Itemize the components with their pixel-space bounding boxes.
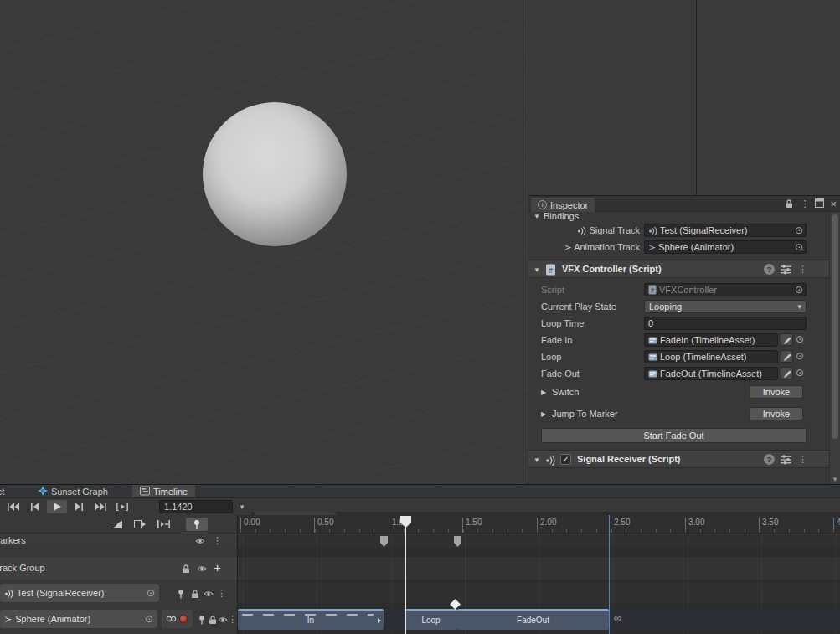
edit-mode-mix-icon[interactable] — [131, 518, 149, 531]
edit-pencil-icon[interactable] — [781, 367, 793, 379]
binding-label-text: Signal Track — [589, 225, 640, 235]
sphere-object[interactable] — [203, 102, 347, 246]
track-offset-link-icon[interactable] — [166, 614, 177, 624]
eye-icon[interactable] — [195, 562, 208, 575]
fade-in-object-field[interactable]: FadeIn (TimelineAsset) — [644, 333, 778, 347]
marker-track-toggle-icon[interactable] — [186, 518, 208, 531]
object-picker-icon[interactable]: ⊙ — [145, 613, 153, 625]
play-state-dropdown[interactable]: Looping ▾ — [644, 300, 807, 313]
loop-object-field[interactable]: Loop (TimelineAsset) — [644, 350, 778, 363]
track-group-lane[interactable] — [237, 557, 840, 580]
help-icon[interactable]: ? — [764, 454, 775, 465]
timeline-tabbar: Project Sunset Graph Timeline — [0, 485, 840, 498]
panel-divider — [696, 0, 697, 195]
switch-invoke-button[interactable]: Invoke — [750, 385, 803, 399]
start-fade-out-button[interactable]: Start Fade Out — [541, 428, 807, 443]
goto-end-button[interactable] — [90, 500, 111, 513]
goto-start-button[interactable] — [3, 500, 23, 513]
edit-mode-ripple-icon[interactable] — [154, 518, 173, 531]
jump-invoke-button[interactable]: Invoke — [750, 407, 803, 420]
script-object-field[interactable]: # VFXController ⊙ — [644, 283, 807, 296]
tab-project[interactable]: Project — [0, 485, 18, 498]
bindings-header[interactable]: ▼ Bindings — [528, 210, 830, 222]
lock-icon[interactable] — [784, 198, 794, 210]
previous-frame-button[interactable] — [25, 500, 45, 513]
animation-track-object-field[interactable]: ≻ Sphere (Animator) ⊙ — [644, 240, 807, 254]
markers-track-lane[interactable] — [237, 533, 840, 548]
markers-track-header[interactable]: Markers ⋮ — [0, 533, 237, 548]
bindings-title: Bindings — [544, 211, 579, 221]
signal-receiver-header[interactable]: ▼ ✓ Signal Receiver (Script) ? ⋮ — [528, 450, 840, 468]
foldout-icon[interactable]: ▼ — [533, 266, 540, 274]
play-range-button[interactable] — [112, 500, 132, 513]
playhead-handle[interactable] — [400, 516, 411, 529]
scrollbar-down-arrow[interactable]: ▾ — [830, 475, 840, 483]
object-picker-icon[interactable]: ⊙ — [795, 242, 803, 253]
add-track-button[interactable]: + — [211, 561, 224, 574]
loop-label: Loop — [541, 352, 561, 362]
object-picker-icon[interactable]: ⊙ — [795, 225, 803, 236]
foldout-icon[interactable]: ▶ — [541, 410, 546, 418]
object-picker-icon[interactable]: ⊙ — [796, 368, 804, 379]
clip-loop[interactable]: Loop — [405, 609, 457, 630]
component-menu-icon[interactable]: ⋮ — [798, 264, 807, 275]
presets-icon[interactable] — [781, 455, 791, 466]
lock-icon[interactable] — [179, 562, 192, 575]
close-icon[interactable]: × — [830, 198, 837, 210]
tab-label: Timeline — [153, 487, 188, 497]
signal-track-lane[interactable] — [237, 584, 840, 603]
eye-icon[interactable] — [202, 587, 214, 600]
track-menu-icon[interactable]: ⋮ — [215, 587, 228, 600]
tab-timeline[interactable]: Timeline — [132, 485, 195, 498]
clip-label: In — [307, 616, 314, 625]
field-value: 0 — [648, 318, 653, 328]
animation-track-name-box[interactable]: ≻ Sphere (Animator) ⊙ — [0, 610, 157, 628]
component-enabled-checkbox[interactable]: ✓ — [560, 454, 571, 465]
animation-track-lane[interactable]: In Loop FadeOut ∞ — [237, 609, 840, 630]
track-header-divider[interactable] — [237, 515, 238, 634]
animation-track-header[interactable]: ≻ Sphere (Animator) ⊙ ⋮ — [0, 609, 237, 630]
tab-label: Sunset Graph — [51, 487, 108, 497]
lock-icon[interactable] — [188, 587, 201, 600]
clip-fadeout[interactable]: FadeOut — [457, 609, 609, 630]
object-picker-icon[interactable]: ⊙ — [796, 351, 804, 362]
eye-icon[interactable] — [193, 534, 206, 547]
curves-view-icon[interactable] — [107, 518, 126, 531]
track-group-header[interactable]: Track Group + — [0, 557, 237, 580]
signal-track-name-box[interactable]: Test (SignalReceiver) ⊙ — [0, 584, 159, 602]
timeline-ruler[interactable]: 0.00 0.50 1.00 1.50 2.00 2.50 3.00 3.50 … — [237, 515, 840, 533]
next-frame-button[interactable] — [69, 500, 89, 513]
playhead-line[interactable] — [405, 527, 406, 634]
foldout-icon[interactable]: ▼ — [533, 213, 540, 220]
play-button[interactable] — [47, 500, 67, 513]
component-menu-icon[interactable]: ⋮ — [798, 454, 807, 465]
timeline-duration-end-line — [609, 515, 610, 634]
presets-icon[interactable] — [781, 265, 791, 276]
foldout-icon[interactable]: ▼ — [533, 456, 540, 464]
tab-menu-icon[interactable]: ⋮ — [800, 198, 809, 209]
object-field-text: VFXController — [659, 285, 717, 295]
loop-time-field[interactable]: 0 — [644, 317, 807, 330]
object-picker-icon[interactable]: ⊙ — [147, 587, 155, 599]
signal-track-header[interactable]: Test (SignalReceiver) ⊙ ⋮ — [0, 584, 237, 603]
track-menu-icon[interactable]: ⋮ — [211, 534, 224, 547]
signal-track-object-field[interactable]: Test (SignalReceiver) ⊙ — [644, 224, 807, 237]
edit-pencil-icon[interactable] — [781, 333, 793, 346]
inspector-scrollbar[interactable]: ▾ — [829, 212, 840, 484]
scrollbar-thumb[interactable] — [832, 214, 838, 439]
edit-pencil-icon[interactable] — [781, 350, 793, 363]
pin-icon[interactable] — [174, 587, 187, 600]
foldout-icon[interactable]: ▶ — [541, 389, 546, 396]
tab-sunset-graph[interactable]: Sunset Graph — [30, 485, 116, 498]
fade-out-object-field[interactable]: FadeOut (TimelineAsset) — [644, 367, 778, 380]
maximize-icon[interactable] — [815, 198, 824, 209]
playhead-time-field[interactable] — [159, 500, 233, 513]
clip-in[interactable]: In — [238, 609, 384, 630]
object-picker-icon[interactable]: ⊙ — [795, 285, 803, 296]
scene-view[interactable] — [0, 0, 528, 484]
time-format-dropdown-icon[interactable]: ▾ — [236, 500, 248, 513]
vfx-controller-header[interactable]: ▼ # VFX Controller (Script) ? ⋮ — [528, 260, 840, 278]
object-picker-icon[interactable]: ⊙ — [796, 334, 804, 345]
help-icon[interactable]: ? — [764, 264, 775, 275]
record-toggle-icon[interactable] — [179, 615, 188, 623]
